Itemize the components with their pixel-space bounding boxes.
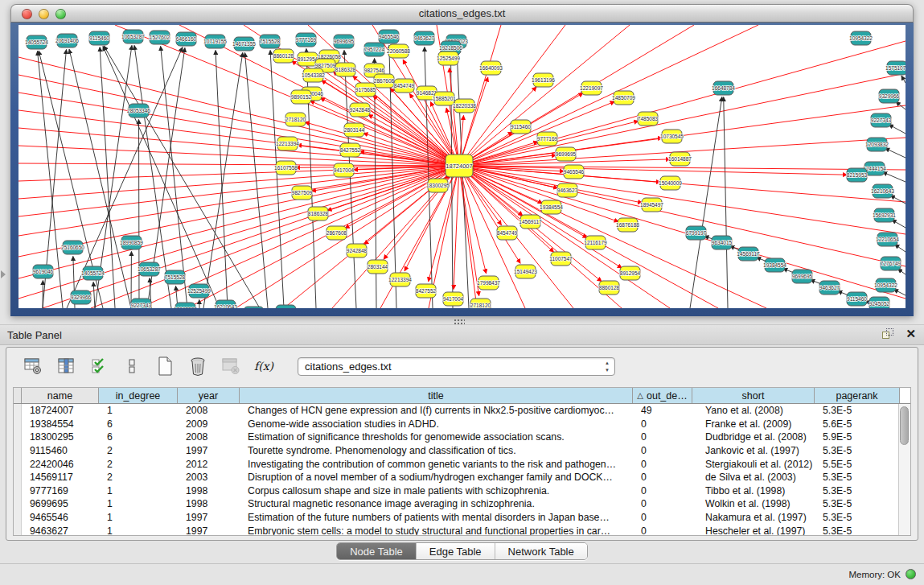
graph-node[interactable]: 8454749	[497, 226, 518, 240]
column-header-indegree[interactable]: in_degree	[99, 388, 178, 403]
table-row[interactable]: 1830029562008Estimation of significance …	[14, 431, 910, 444]
graph-node[interactable]: 14850709	[612, 91, 635, 105]
cell-name[interactable]: 9463627	[22, 525, 99, 536]
graph-node[interactable]: 6799197	[686, 226, 707, 240]
cell-year[interactable]: 1997	[178, 445, 240, 456]
red-edge[interactable]	[459, 77, 488, 166]
graph-node[interactable]: 18220338	[453, 99, 476, 113]
graph-node[interactable]: 18300295	[426, 179, 450, 192]
graph-node[interactable]: 8186328	[308, 207, 329, 220]
cell-short[interactable]: Nakamura et al. (1997)	[692, 512, 815, 523]
cell-year[interactable]: 2008	[178, 405, 240, 416]
graph-node[interactable]: 28053346	[127, 104, 150, 117]
graph-node[interactable]: 7515528	[260, 35, 281, 48]
graph-node[interactable]: 10653287	[138, 262, 161, 276]
graph-node[interactable]: 9699695	[792, 270, 813, 283]
cell-pagerank[interactable]: 5.3E-5	[815, 485, 900, 496]
cell-short[interactable]: Dudbridge et al. (2008)	[692, 431, 815, 443]
black-edge[interactable]	[890, 196, 906, 204]
panel-collapse-handle-icon[interactable]	[1, 270, 6, 278]
graph-node[interactable]: 9242848	[347, 244, 368, 257]
graph-node[interactable]: 18945497	[640, 198, 663, 212]
red-edge[interactable]	[384, 166, 459, 259]
cell-title[interactable]: Structural magnetic resonance image aver…	[240, 498, 633, 509]
graph-node[interactable]: 12213394	[276, 137, 299, 150]
graph-node[interactable]: 9699695	[334, 35, 355, 48]
graph-node[interactable]: 12210654	[876, 233, 899, 246]
table-row[interactable]: 946554611997Estimation of the future num…	[14, 511, 910, 525]
cell-indegree[interactable]: 1	[99, 485, 178, 496]
graph-node[interactable]: 14055724	[81, 266, 105, 280]
tab-edge-table[interactable]: Edge Table	[417, 543, 495, 559]
graph-node[interactable]: 9227343	[871, 113, 892, 127]
cell-pagerank[interactable]: 5.5E-5	[815, 459, 900, 470]
network-graph[interactable]: 1405572420691406911546010653287152760264…	[18, 25, 906, 308]
graph-node[interactable]: 6466160	[176, 32, 197, 46]
graph-node[interactable]: 9777169	[296, 33, 317, 47]
close-window-button[interactable]	[22, 9, 32, 19]
cell-pagerank[interactable]: 5.9E-5	[815, 431, 900, 443]
float-panel-icon[interactable]	[882, 328, 894, 340]
graph-node[interactable]: 14569117	[519, 215, 542, 229]
graph-node[interactable]: 12093832	[174, 303, 197, 308]
graph-node[interactable]: 10543382	[302, 68, 325, 82]
cell-indegree[interactable]: 6	[99, 431, 178, 443]
graph-node[interactable]: 19384554	[540, 200, 563, 214]
graph-node[interactable]: 9827509	[292, 186, 313, 200]
graph-node[interactable]: 17998437	[477, 276, 500, 290]
graph-node[interactable]: 8454749	[394, 79, 415, 93]
cell-outde[interactable]: 0	[633, 431, 692, 443]
delete-entries-icon[interactable]	[187, 356, 208, 377]
graph-node[interactable]: 2718120	[285, 113, 306, 126]
graph-node[interactable]: 14055724	[25, 35, 48, 49]
graph-node[interactable]: 9777169	[537, 132, 558, 146]
graph-node[interactable]: 9115460	[89, 31, 109, 45]
graph-node[interactable]: 20691406	[55, 34, 79, 47]
cell-title[interactable]: Disruption of a novel member of a sodium…	[240, 472, 633, 483]
cell-name[interactable]: 9699695	[22, 498, 99, 509]
red-edge[interactable]	[459, 166, 479, 296]
graph-node[interactable]: 16640093	[479, 61, 503, 75]
red-edge[interactable]	[459, 166, 520, 263]
cell-outde[interactable]: 49	[633, 405, 692, 416]
graph-node[interactable]: 16014887	[668, 152, 692, 166]
table-row[interactable]: 1456911722003Disruption of a novel membe…	[14, 471, 910, 484]
graph-node[interactable]: 9465546	[564, 165, 585, 179]
cell-pagerank[interactable]: 5.6E-5	[815, 418, 900, 430]
cell-outde[interactable]: 0	[633, 472, 692, 483]
zoom-window-button[interactable]	[55, 9, 66, 19]
cell-name[interactable]: 9465546	[22, 512, 99, 523]
cell-name[interactable]: 22420046	[22, 459, 99, 470]
black-edge[interactable]	[889, 125, 906, 134]
cell-year[interactable]: 2008	[178, 431, 240, 443]
cell-short[interactable]: Wolkin et al. (1998)	[692, 498, 815, 509]
cell-outde[interactable]: 0	[633, 525, 692, 536]
graph-node[interactable]: 11007547	[549, 252, 573, 266]
graph-node[interactable]: 16876188	[616, 218, 639, 232]
red-edge[interactable]	[18, 163, 459, 166]
cell-outde[interactable]: 0	[633, 418, 692, 430]
graph-node[interactable]: 16107558	[274, 161, 298, 175]
graph-node[interactable]: 9619046	[33, 265, 54, 278]
graph-node[interactable]: 12093832	[865, 138, 889, 151]
graph-node[interactable]: 15692931	[242, 307, 265, 308]
table-row[interactable]: 1872400712008Changes of HCN gene express…	[14, 404, 910, 418]
cell-year[interactable]: 2012	[178, 459, 240, 470]
cell-pagerank[interactable]: 5.3E-5	[815, 445, 900, 456]
graph-node[interactable]: 8215953	[847, 168, 868, 182]
red-edge[interactable]	[459, 166, 622, 268]
cell-title[interactable]: Corpus callosum shape and size in male p…	[240, 485, 633, 496]
cell-title[interactable]: Changes of HCN gene expression and I(f) …	[240, 405, 633, 416]
graph-node[interactable]: 2718120	[470, 299, 491, 308]
graph-node[interactable]: 9115460	[847, 292, 867, 306]
column-header-title[interactable]: title	[240, 388, 633, 403]
red-edge[interactable]	[450, 68, 459, 166]
table-row[interactable]: 969969511998Structural magnetic resonanc…	[14, 497, 910, 511]
graph-node[interactable]: 9175685	[355, 83, 376, 97]
cell-title[interactable]: Tourette syndrome. Phenomenology and cla…	[240, 445, 633, 456]
table-vertical-scrollbar[interactable]	[898, 404, 910, 535]
table-row[interactable]: 2242004622012Investigating the contribut…	[14, 457, 910, 471]
cell-name[interactable]: 9777169	[22, 485, 99, 496]
cell-year[interactable]: 1998	[178, 485, 240, 496]
cell-title[interactable]: Investigating the contribution of common…	[240, 459, 633, 470]
